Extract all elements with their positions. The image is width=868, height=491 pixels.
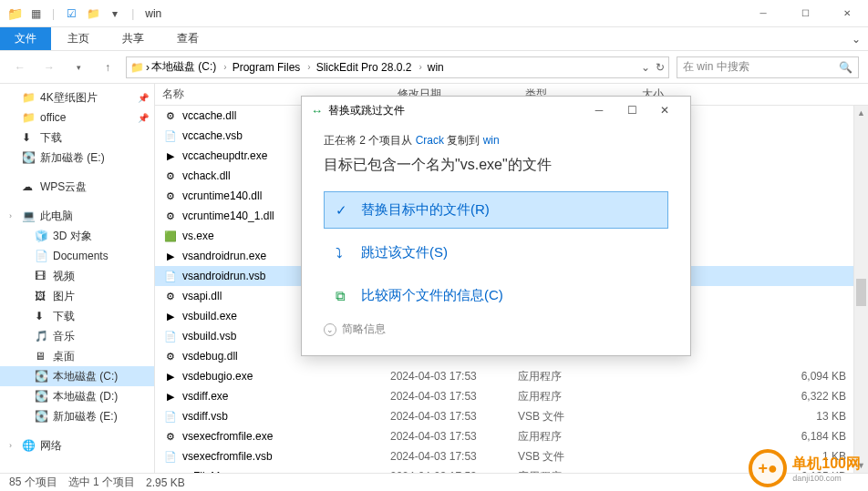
file-type: VSB 文件 xyxy=(518,409,635,425)
sidebar-item[interactable]: 💽新加磁卷 (E:) xyxy=(0,406,154,426)
nav-sidebar: 📁4K壁纸图片📌📁office📌⬇下载💽新加磁卷 (E:)☁WPS云盘›💻此电脑… xyxy=(0,84,155,473)
window-maximize-button[interactable]: ☐ xyxy=(784,0,826,27)
file-icon: 📄 xyxy=(164,129,177,142)
ribbon-file-tab[interactable]: 文件 xyxy=(0,27,51,50)
sidebar-item[interactable]: 💽本地磁盘 (D:) xyxy=(0,386,154,406)
sidebar-item-label: 新加磁卷 (E:) xyxy=(40,150,105,166)
file-type: 应用程序 xyxy=(518,469,635,474)
scrollbar-thumb[interactable] xyxy=(856,279,866,306)
file-row[interactable]: ⚙vsexecfromfile.exe2024-04-03 17:53应用程序6… xyxy=(155,426,868,446)
ribbon-share-tab[interactable]: 共享 xyxy=(106,27,160,50)
breadcrumb-item[interactable]: win xyxy=(428,61,444,74)
file-conflict-dialog: ↔ 替换或跳过文件 ─ ☐ ✕ 正在将 2 个项目从 Crack 复制到 win… xyxy=(301,96,691,356)
file-icon: ▶ xyxy=(164,149,177,162)
sidebar-item[interactable]: ☁WPS云盘 xyxy=(0,177,154,197)
sidebar-item[interactable]: 🧊3D 对象 xyxy=(0,226,154,246)
option-compare-button[interactable]: ⧉ 比较两个文件的信息(C) xyxy=(324,277,668,314)
ribbon-home-tab[interactable]: 主页 xyxy=(51,27,106,50)
file-icon: 📄 xyxy=(164,410,177,423)
sidebar-item-icon: 🎵 xyxy=(35,330,47,343)
option-replace-button[interactable]: ✓ 替换目标中的文件(R) xyxy=(324,191,668,229)
file-icon: ⚙ xyxy=(164,109,177,122)
file-type: 应用程序 xyxy=(518,429,635,445)
dialog-maximize-button[interactable]: ☐ xyxy=(615,97,648,124)
qat-dropdown[interactable]: ▾ xyxy=(106,5,124,23)
sidebar-item[interactable]: ⬇下载 xyxy=(0,128,154,148)
file-icon: 📄 xyxy=(164,270,177,282)
qat-checkbox[interactable]: ☑ xyxy=(62,5,80,23)
chevron-icon[interactable]: › xyxy=(9,441,12,450)
sidebar-item-label: 本地磁盘 (D:) xyxy=(53,389,118,404)
file-row[interactable]: ▶vsdiff.exe2024-04-03 17:53应用程序6,322 KB xyxy=(155,386,868,406)
search-input[interactable]: 在 win 中搜索 🔍 xyxy=(677,56,859,78)
qat-folder[interactable]: 📁 xyxy=(84,5,102,23)
status-bar: 85 个项目 选中 1 个项目 2.95 KB xyxy=(0,473,868,491)
dialog-title: 替换或跳过文件 xyxy=(328,103,405,118)
ribbon-tabs: 文件 主页 共享 查看 ⌄ xyxy=(0,27,868,51)
sidebar-item[interactable]: 🎞视频 xyxy=(0,266,154,286)
sidebar-item[interactable]: ›🌐网络 xyxy=(0,435,154,455)
dialog-icon: ↔ xyxy=(311,104,323,118)
sidebar-item-label: 新加磁卷 (E:) xyxy=(53,409,118,425)
vertical-scrollbar[interactable]: ▲ ▼ xyxy=(853,106,868,473)
sidebar-item-label: 网络 xyxy=(40,438,62,454)
file-name: vsexecfromfile.exe xyxy=(182,430,273,443)
ribbon-view-tab[interactable]: 查看 xyxy=(160,27,215,50)
sidebar-item[interactable]: ›💻此电脑 xyxy=(0,206,154,226)
file-name: vsapi.dll xyxy=(182,290,222,302)
file-date: 2024-04-03 17:53 xyxy=(390,450,518,463)
dialog-more-toggle[interactable]: ⌄ 简略信息 xyxy=(324,322,668,337)
search-icon: 🔍 xyxy=(839,61,852,74)
breadcrumb[interactable]: 📁 › 本地磁盘 (C:)› Program Files› SlickEdit … xyxy=(126,56,669,78)
dialog-minimize-button[interactable]: ─ xyxy=(583,97,615,124)
sidebar-item[interactable]: 📁office📌 xyxy=(0,107,154,128)
ribbon-expand-button[interactable]: ⌄ xyxy=(844,27,868,50)
sidebar-item[interactable]: 💽新加磁卷 (E:) xyxy=(0,148,154,168)
refresh-icon[interactable]: ↻ xyxy=(656,61,665,74)
breadcrumb-item[interactable]: Program Files› xyxy=(232,61,315,74)
breadcrumb-item[interactable]: 本地磁盘 (C:)› xyxy=(151,59,231,75)
sidebar-item[interactable]: ⬇下载 xyxy=(0,306,154,326)
nav-back-button[interactable]: ← xyxy=(9,56,31,78)
nav-forward-button[interactable]: → xyxy=(38,56,60,78)
nav-recent-button[interactable]: ▾ xyxy=(67,56,89,78)
file-row[interactable]: ▶vsdebugio.exe2024-04-03 17:53应用程序6,094 … xyxy=(155,366,868,386)
dialog-close-button[interactable]: ✕ xyxy=(648,97,681,124)
sidebar-item[interactable]: 🎵音乐 xyxy=(0,326,154,346)
sidebar-item-icon: 📄 xyxy=(35,250,47,262)
address-dropdown-button[interactable]: ⌄ xyxy=(641,61,650,74)
chevron-right-icon[interactable]: › xyxy=(146,61,150,74)
sidebar-item-icon: 🎞 xyxy=(35,270,47,282)
option-skip-button[interactable]: ⤵ 跳过该文件(S) xyxy=(324,234,668,271)
nav-up-button[interactable]: ↑ xyxy=(97,56,119,78)
file-row[interactable]: 📄vsdiff.vsb2024-04-03 17:53VSB 文件13 KB xyxy=(155,406,868,426)
address-bar: ← → ▾ ↑ 📁 › 本地磁盘 (C:)› Program Files› Sl… xyxy=(0,51,868,84)
watermark-text: 单机100网 xyxy=(792,455,861,471)
dialog-dst-link[interactable]: win xyxy=(483,134,500,147)
scroll-up-icon[interactable]: ▲ xyxy=(854,106,868,120)
chevron-icon[interactable]: › xyxy=(9,211,12,220)
qat-item[interactable]: ▦ xyxy=(26,5,45,23)
sidebar-item[interactable]: 🖥桌面 xyxy=(0,346,154,366)
sidebar-item[interactable]: 📁4K壁纸图片📌 xyxy=(0,87,154,107)
watermark: +● 单机100网 danji100.com xyxy=(749,449,861,487)
file-icon: 📄 xyxy=(164,450,177,463)
sidebar-item-icon: 💽 xyxy=(22,151,35,164)
watermark-logo-icon: +● xyxy=(749,449,787,487)
sidebar-item-label: office xyxy=(40,111,66,124)
sidebar-item[interactable]: 🖼图片 xyxy=(0,286,154,306)
window-minimize-button[interactable]: ─ xyxy=(742,0,784,27)
file-name: vsexecfromfile.vsb xyxy=(182,450,273,463)
dialog-src-link[interactable]: Crack xyxy=(416,134,444,147)
file-icon: ⚙ xyxy=(164,210,177,222)
breadcrumb-root-icon[interactable]: 📁 xyxy=(130,61,144,74)
sidebar-item[interactable]: 📄Documents xyxy=(0,246,154,266)
file-date: 2024-04-03 17:53 xyxy=(390,370,518,383)
breadcrumb-item[interactable]: SlickEdit Pro 28.0.2› xyxy=(316,61,426,74)
window-close-button[interactable]: ✕ xyxy=(826,0,868,27)
sidebar-item-icon: 💽 xyxy=(35,370,47,383)
sidebar-item[interactable]: 💽本地磁盘 (C:) xyxy=(0,366,154,386)
sidebar-item-label: 4K壁纸图片 xyxy=(40,90,98,106)
sidebar-item-icon: 🖼 xyxy=(35,290,47,302)
file-name: vchack.dll xyxy=(182,169,231,182)
